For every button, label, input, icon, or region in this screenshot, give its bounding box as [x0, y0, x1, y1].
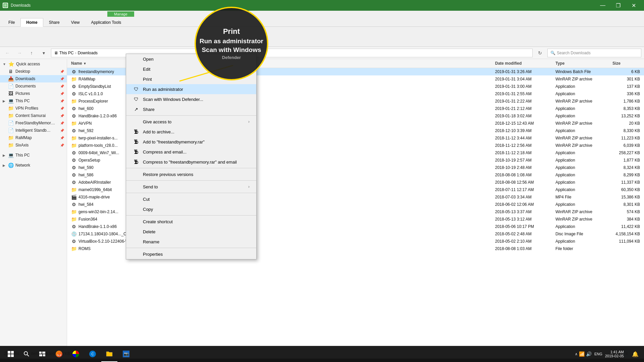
- file-date: 2019-01-31 2:55 AM: [494, 91, 554, 97]
- search-button[interactable]: [19, 346, 34, 362]
- cm-item-icon: 🗜: [133, 128, 140, 135]
- context-menu-item-add-to-"freestandbym[interactable]: 🗜 Add to "freestandbymemory.rar": [126, 137, 256, 147]
- file-explorer-taskbar-button[interactable]: [101, 346, 117, 362]
- tab-view[interactable]: View: [65, 18, 86, 26]
- file-size: 60,350 KB: [611, 187, 641, 192]
- context-menu-item-delete[interactable]: Delete: [126, 227, 256, 237]
- photos-button[interactable]: 📷: [118, 346, 134, 362]
- cm-item-icon: [133, 171, 140, 178]
- address-path[interactable]: 🖥 This PC › Downloads: [51, 49, 533, 57]
- minimize-button[interactable]: —: [595, 0, 610, 11]
- file-type-icon: ⚙: [71, 128, 76, 133]
- cm-item-icon: [133, 206, 140, 213]
- recent-button[interactable]: ▾: [39, 48, 48, 58]
- context-menu-item-rename[interactable]: Rename: [126, 237, 256, 247]
- refresh-button[interactable]: ↻: [535, 48, 545, 58]
- context-menu-item-send-to[interactable]: Send to ›: [126, 182, 256, 192]
- firefox-button[interactable]: 🦊: [51, 346, 67, 362]
- context-menu-item-add-to-archive...[interactable]: 🗜 Add to archive...: [126, 127, 256, 137]
- col-date[interactable]: Date modified: [494, 60, 554, 66]
- cortana-button[interactable]: C: [85, 346, 101, 362]
- start-button[interactable]: [3, 346, 19, 362]
- sidebar-item-content-samurai[interactable]: 📁 Content Samurai 📌: [0, 112, 67, 119]
- context-menu-item-properties[interactable]: Properties: [126, 249, 256, 259]
- cm-item-icon: 🛡: [133, 96, 140, 103]
- vpn-icon: 📁: [8, 106, 13, 111]
- task-view-button[interactable]: [34, 346, 50, 362]
- file-type: Windows Batch File: [554, 69, 611, 74]
- volume-icon[interactable]: 🔊: [586, 351, 592, 357]
- file-size: 11,337 KB: [611, 180, 641, 185]
- sidebar-item-downloads[interactable]: 📥 Downloads 📌: [0, 75, 67, 82]
- cm-item-icon: 🗜: [133, 159, 140, 165]
- sidebar: ▼ ⭐ Quick access 🖥 Desktop 📌 📥 Downloads…: [0, 59, 67, 348]
- sidebar-item-documents[interactable]: 📄 Documents 📌: [0, 82, 67, 90]
- file-type-icon: ⚙: [71, 91, 76, 97]
- context-menu-item-scan-with-windows-de[interactable]: 🛡 Scan with Windows Defender...: [126, 94, 256, 104]
- file-type-icon: 📁: [71, 99, 76, 104]
- file-type: File folder: [554, 246, 611, 251]
- manage-tab[interactable]: Manage: [107, 11, 134, 17]
- sidebar-item-vpn[interactable]: 📁 VPN Profiles 📌: [0, 105, 67, 112]
- file-type-icon: ⚙: [71, 69, 76, 74]
- tab-application-tools[interactable]: Application Tools: [86, 18, 127, 26]
- file-size: 1,786 KB: [611, 99, 641, 104]
- tab-file[interactable]: File: [3, 18, 20, 26]
- taskbar-clock[interactable]: 1:41 AM 2019-02-05: [605, 350, 627, 358]
- sidebar-item-this-pc[interactable]: ▶ 💻 This PC 📌: [0, 97, 67, 105]
- col-type[interactable]: Type: [554, 60, 611, 66]
- sidebar-item-quick-access[interactable]: ▼ ⭐ Quick access: [0, 60, 67, 68]
- ribbon-tabs: File Home Share View Application Tools: [0, 17, 644, 27]
- tray-arrow[interactable]: ∧: [575, 352, 578, 356]
- file-type: Application: [554, 106, 611, 111]
- svg-rect-3: [8, 351, 10, 354]
- cm-separator: [126, 248, 256, 248]
- close-button[interactable]: ✕: [626, 0, 641, 11]
- file-name: RAMMap: [78, 77, 95, 81]
- search-box[interactable]: 🔍 Search Downloads: [547, 49, 641, 57]
- title-bar: Downloads — ❐ ✕: [0, 0, 644, 11]
- svg-line-8: [27, 355, 29, 356]
- file-size: 301 KB: [611, 76, 641, 82]
- path-downloads: Downloads: [78, 51, 98, 55]
- context-menu-item-create-shortcut[interactable]: Create shortcut: [126, 217, 256, 227]
- tab-home[interactable]: Home: [20, 18, 43, 27]
- context-menu-item-share[interactable]: ↗ Share: [126, 104, 256, 114]
- cm-item-label: Cut: [143, 197, 150, 202]
- context-menu-item-copy[interactable]: Copy: [126, 204, 256, 214]
- up-button[interactable]: ↑: [27, 48, 36, 58]
- sidebar-item-desktop[interactable]: 🖥 Desktop 📌: [0, 68, 67, 75]
- file-type-icon: ⚙: [71, 150, 76, 156]
- forward-button[interactable]: →: [15, 48, 24, 58]
- chrome-button[interactable]: [68, 346, 84, 362]
- file-size: 384 KB: [611, 217, 641, 222]
- tab-share[interactable]: Share: [43, 18, 65, 26]
- file-date: 2018-08-08 12:56 AM: [494, 180, 554, 185]
- context-menu-item-compress-to-"freesta[interactable]: 🗜 Compress to "freestandbymemory.rar" an…: [126, 157, 256, 167]
- col-size[interactable]: Size: [611, 60, 641, 66]
- sidebar-item-network[interactable]: ▶ 🌐 Network: [0, 162, 67, 169]
- file-name: mame0199b_64bit: [78, 187, 112, 192]
- maximize-button[interactable]: ❐: [610, 0, 626, 11]
- file-size: 11,223 KB: [611, 135, 641, 141]
- sidebar-item-freestandby[interactable]: 📄 FreeStandbyMemory.b... 📌: [0, 119, 67, 127]
- sidebar-item-pictures[interactable]: 🖼 Pictures 📌: [0, 90, 67, 97]
- sidebar-item-this-pc2[interactable]: ▶ 💻 This PC: [0, 152, 67, 159]
- back-button[interactable]: ←: [3, 48, 12, 58]
- file-size: 6,039 KB: [611, 143, 641, 148]
- file-type-icon: 🎬: [71, 194, 76, 200]
- notification-button[interactable]: 🔔: [629, 351, 641, 357]
- svg-rect-2: [4, 4, 7, 7]
- file-type-icon: ⚙: [71, 84, 76, 89]
- context-menu-item-run-as-administrator[interactable]: 🛡 Run as administrator: [126, 84, 256, 94]
- sidebar-item-intelligent[interactable]: 📄 Intelligent Standby List 📌: [0, 127, 67, 134]
- file-type-icon: ⚙: [71, 239, 76, 244]
- context-menu-item-give-access-to[interactable]: Give access to ›: [126, 117, 256, 127]
- sidebar-item-sixaxis[interactable]: 📁 SixAxis 📌: [0, 141, 67, 149]
- sidebar-item-rammap[interactable]: 📁 RaMMap 📌: [0, 134, 67, 141]
- file-type: Application: [554, 150, 611, 156]
- context-menu-item-compress-and-email..[interactable]: 🗜 Compress and email...: [126, 147, 256, 157]
- context-menu-item-cut[interactable]: Cut: [126, 194, 256, 204]
- cm-item-label: Create shortcut: [143, 219, 173, 224]
- context-menu-item-restore-previous-ver[interactable]: Restore previous versions: [126, 169, 256, 179]
